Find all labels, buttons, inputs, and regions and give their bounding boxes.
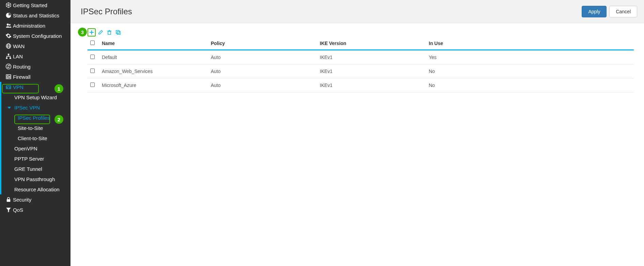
lock-icon bbox=[4, 196, 13, 203]
sidebar-item-label: VPN Passthrough bbox=[14, 176, 55, 182]
profiles-table: Name Policy IKE Version In Use Default A… bbox=[88, 39, 634, 92]
cell-name: Microsoft_Azure bbox=[99, 78, 208, 92]
sidebar-item-openvpn[interactable]: OpenVPN bbox=[0, 143, 70, 153]
svg-point-5 bbox=[9, 24, 11, 26]
users-icon bbox=[4, 23, 13, 29]
cell-ike: IKEv1 bbox=[317, 78, 426, 92]
svg-rect-32 bbox=[116, 30, 119, 33]
table-row[interactable]: Amazon_Web_Services Auto IKEv1 No bbox=[88, 64, 634, 78]
sidebar-item-routing[interactable]: Routing bbox=[0, 61, 70, 72]
sidebar-item-getting-started[interactable]: Getting Started bbox=[0, 0, 70, 10]
sidebar-item-wan[interactable]: WAN bbox=[0, 41, 70, 51]
svg-marker-23 bbox=[7, 107, 11, 109]
sidebar-item-label: Routing bbox=[13, 64, 67, 70]
sidebar-item-lan[interactable]: LAN bbox=[0, 51, 70, 61]
delete-button[interactable] bbox=[105, 28, 113, 36]
sidebar-item-gre-tunnel[interactable]: GRE Tunnel bbox=[0, 164, 70, 174]
row-checkbox[interactable] bbox=[90, 55, 95, 59]
sidebar-item-status[interactable]: Status and Statistics bbox=[0, 10, 70, 20]
topbar: IPSec Profiles Apply Cancel bbox=[70, 0, 644, 23]
sidebar-item-qos[interactable]: QoS bbox=[0, 205, 70, 215]
svg-rect-24 bbox=[7, 199, 11, 202]
copy-button[interactable] bbox=[114, 28, 122, 36]
sidebar-item-resource-allocation[interactable]: Resource Allocation bbox=[0, 184, 70, 194]
svg-point-4 bbox=[7, 24, 9, 26]
vpn-icon bbox=[4, 84, 13, 90]
sidebar-item-client-to-site[interactable]: Client-to-Site bbox=[0, 133, 70, 143]
sidebar-item-label: Resource Allocation bbox=[14, 187, 60, 192]
cell-inuse: No bbox=[426, 78, 634, 92]
cell-name: Default bbox=[99, 50, 208, 64]
page-title: IPSec Profiles bbox=[81, 7, 579, 16]
sidebar-item-label: VPN Setup Wizard bbox=[14, 94, 57, 100]
edit-button[interactable] bbox=[96, 28, 105, 36]
main-content: IPSec Profiles Apply Cancel 3 bbox=[70, 0, 644, 266]
sidebar-item-label: GRE Tunnel bbox=[14, 166, 42, 172]
sidebar-item-label: Status and Statistics bbox=[13, 13, 67, 18]
sidebar-item-security[interactable]: Security bbox=[0, 194, 70, 205]
col-header-ike[interactable]: IKE Version bbox=[317, 39, 426, 50]
row-checkbox[interactable] bbox=[90, 83, 95, 87]
svg-rect-13 bbox=[6, 75, 11, 79]
sidebar-item-pptp-server[interactable]: PPTP Server bbox=[0, 153, 70, 164]
svg-point-12 bbox=[6, 64, 11, 69]
sidebar-item-admin[interactable]: Administration bbox=[0, 20, 70, 31]
sidebar-item-label: VPN bbox=[13, 84, 67, 90]
table-toolbar: 3 bbox=[81, 28, 634, 36]
sidebar-item-label: QoS bbox=[13, 207, 67, 213]
filter-icon bbox=[4, 207, 13, 213]
sidebar-item-label: Firewall bbox=[13, 74, 67, 80]
col-header-name[interactable]: Name bbox=[99, 39, 208, 50]
sidebar-item-firewall[interactable]: Firewall bbox=[0, 72, 70, 82]
sidebar-item-label: IPSec VPN bbox=[14, 105, 40, 110]
caret-down-icon bbox=[7, 105, 11, 110]
cell-inuse: Yes bbox=[426, 50, 634, 64]
sidebar-item-ipsec-vpn[interactable]: IPSec VPN bbox=[0, 102, 70, 113]
svg-marker-25 bbox=[6, 208, 11, 212]
sidebar-item-label: Security bbox=[13, 197, 67, 203]
sidebar-item-sysconfig[interactable]: System Configuration bbox=[0, 31, 70, 41]
table-row[interactable]: Default Auto IKEv1 Yes bbox=[88, 50, 634, 64]
panel: 3 Name Policy IKE Version In Use Default bbox=[70, 23, 644, 98]
svg-rect-9 bbox=[8, 54, 10, 55]
sidebar-item-label: OpenVPN bbox=[14, 146, 37, 151]
cell-inuse: No bbox=[426, 64, 634, 78]
gear-icon bbox=[4, 33, 13, 39]
sidebar-item-vpn-passthrough[interactable]: VPN Passthrough bbox=[0, 174, 70, 184]
pie-chart-icon bbox=[4, 12, 13, 18]
cancel-button[interactable]: Cancel bbox=[609, 6, 637, 17]
apply-button[interactable]: Apply bbox=[582, 6, 607, 17]
network-icon bbox=[4, 53, 13, 59]
sidebar-item-label: Getting Started bbox=[13, 2, 67, 8]
globe-icon bbox=[4, 43, 13, 49]
svg-rect-31 bbox=[117, 31, 120, 34]
sidebar-item-site-to-site[interactable]: Site-to-Site bbox=[0, 123, 70, 133]
sidebar-item-label: PPTP Server bbox=[14, 156, 44, 162]
svg-rect-10 bbox=[6, 58, 8, 59]
cell-ike: IKEv1 bbox=[317, 50, 426, 64]
table-row[interactable]: Microsoft_Azure Auto IKEv1 No bbox=[88, 78, 634, 92]
cell-policy: Auto bbox=[208, 50, 317, 64]
cell-ike: IKEv1 bbox=[317, 64, 426, 78]
sidebar-item-label: Site-to-Site bbox=[18, 125, 43, 131]
sidebar-item-ipsec-profiles[interactable]: IPSec Profiles bbox=[0, 113, 70, 123]
sidebar-item-label: Client-to-Site bbox=[18, 135, 47, 141]
hex-icon bbox=[4, 2, 13, 8]
col-header-inuse[interactable]: In Use bbox=[426, 39, 634, 50]
sidebar-item-label: System Configuration bbox=[13, 33, 67, 39]
col-header-policy[interactable]: Policy bbox=[208, 39, 317, 50]
add-button[interactable] bbox=[88, 28, 96, 36]
firewall-icon bbox=[4, 74, 13, 80]
sidebar-item-vpn-setup-wizard[interactable]: VPN Setup Wizard bbox=[0, 92, 70, 102]
sidebar-item-vpn[interactable]: VPN bbox=[0, 82, 70, 92]
select-all-checkbox[interactable] bbox=[90, 41, 95, 45]
row-checkbox[interactable] bbox=[90, 69, 95, 73]
cell-name: Amazon_Web_Services bbox=[99, 64, 208, 78]
svg-rect-28 bbox=[108, 31, 111, 34]
sidebar: Getting Started Status and Statistics Ad… bbox=[0, 0, 70, 266]
svg-rect-11 bbox=[10, 58, 11, 59]
sidebar-item-label: Administration bbox=[13, 23, 67, 29]
cell-policy: Auto bbox=[208, 64, 317, 78]
exchange-icon bbox=[4, 63, 13, 70]
annotation-badge-3: 3 bbox=[78, 28, 87, 36]
